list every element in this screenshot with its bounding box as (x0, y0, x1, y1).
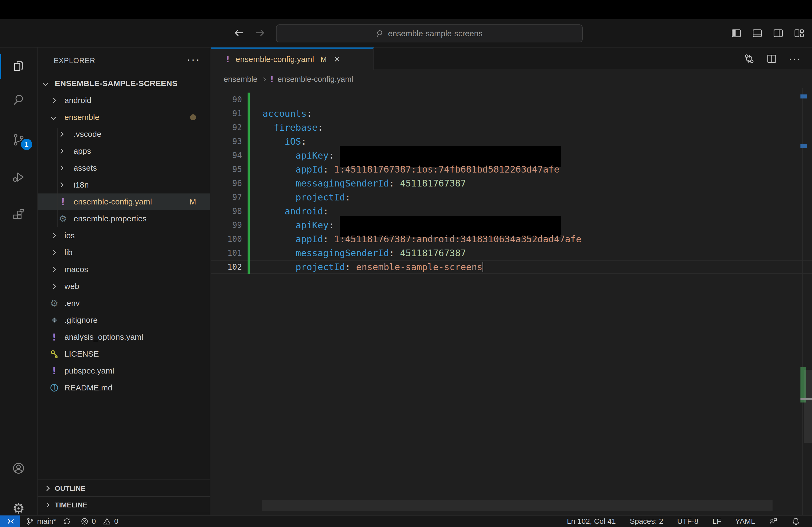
code-line-99[interactable]: 99 apiKey: (211, 218, 812, 232)
item-label: LICENSE (64, 346, 99, 362)
outline-section[interactable]: OUTLINE (38, 480, 210, 496)
open-changes-icon[interactable] (743, 53, 755, 64)
explorer-more-actions-icon[interactable]: ··· (187, 54, 201, 65)
overview-ruler (802, 88, 812, 515)
line-number: 96 (211, 176, 242, 190)
breadcrumb-item-ensemble[interactable]: ensemble (224, 75, 258, 84)
sidebar-item-ensemble[interactable]: ensemble (38, 109, 210, 125)
sidebar-item-apps[interactable]: apps (38, 143, 210, 160)
indentation[interactable]: Spaces: 2 (630, 517, 663, 526)
modified-line-indicator (248, 162, 250, 176)
code-line-95[interactable]: 95 appId: 1:451181767387:ios:74fb681bd58… (211, 162, 812, 176)
toggle-sidebar-icon[interactable] (730, 27, 742, 39)
split-editor-icon[interactable] (766, 53, 777, 64)
yaml-icon: ! (226, 54, 230, 64)
line-content: messagingSenderId: 451181767387 (263, 176, 466, 190)
forward-arrow-icon[interactable] (251, 24, 269, 41)
git-branch-status[interactable]: main* (26, 517, 56, 526)
sidebar-item-macos[interactable]: macos (38, 261, 210, 278)
chevron-right-icon (52, 261, 55, 278)
item-label: apps (74, 143, 91, 160)
modified-line-indicator (248, 218, 250, 232)
back-arrow-icon[interactable] (230, 24, 248, 41)
sidebar-item-root[interactable]: ENSEMBLE-SAMPLE-SCREENS (38, 75, 210, 92)
yaml-icon: ! (52, 365, 56, 376)
sidebar-item-readme-md[interactable]: README.md (38, 379, 210, 396)
vertical-scrollbar[interactable] (804, 370, 812, 443)
breadcrumb: ensemble!ensemble-config.yaml (224, 70, 353, 88)
sidebar-item-pubspec-yaml[interactable]: !pubspec.yaml (38, 362, 210, 379)
breadcrumb-item-ensemble-config-yaml[interactable]: !ensemble-config.yaml (270, 75, 353, 84)
tab-close-icon[interactable]: × (334, 55, 340, 64)
modified-line-indicator (248, 190, 250, 204)
item-label: README.md (64, 379, 112, 396)
info-icon (50, 383, 59, 392)
status-label: YAML (735, 517, 755, 526)
workspace-root-label: ENSEMBLE-SAMPLE-SCREENS (55, 75, 177, 92)
timeline-section[interactable]: TIMELINE (38, 496, 210, 513)
sidebar-item-ensemble-config-yaml[interactable]: !ensemble-config.yamlM (38, 194, 210, 210)
item-label: .env (64, 295, 80, 312)
sidebar-item-ensemble-properties[interactable]: ⚙ensemble.properties (38, 210, 210, 227)
explorer-activity-icon[interactable] (0, 54, 37, 79)
code-line-97[interactable]: 97 projectId: (211, 190, 812, 204)
line-content: firebase: (263, 120, 323, 134)
sidebar-item-analysis-options-yaml[interactable]: !analysis_options.yaml (38, 329, 210, 345)
item-label: ios (64, 227, 75, 244)
code-lines: 9091accounts:92 firebase:93 iOS:94 apiKe… (211, 93, 812, 274)
status-label: Spaces: 2 (630, 517, 663, 526)
extensions-activity-icon[interactable] (0, 202, 37, 228)
feedback[interactable] (769, 517, 778, 526)
notifications[interactable] (792, 517, 800, 526)
encoding[interactable]: UTF-8 (677, 517, 698, 526)
code-line-102[interactable]: 102 projectId: ensemble-sample-screens (211, 260, 812, 274)
line-number: 99 (211, 218, 242, 232)
code-line-92[interactable]: 92 firebase: (211, 120, 812, 134)
code-line-90[interactable]: 90 (211, 93, 812, 107)
sidebar-item-web[interactable]: web (38, 278, 210, 295)
source-control-activity-icon[interactable]: 1 (0, 127, 37, 153)
more-actions-icon[interactable]: ··· (789, 53, 801, 65)
code-line-91[interactable]: 91accounts: (211, 107, 812, 120)
remote-indicator[interactable] (0, 515, 20, 527)
chevron-down-icon (52, 109, 55, 125)
toggle-secondary-sidebar-icon[interactable] (772, 27, 784, 39)
code-editor[interactable]: 9091accounts:92 firebase:93 iOS:94 apiKe… (211, 88, 812, 515)
sidebar-item-gitignore[interactable]: .gitignore (38, 312, 210, 328)
command-center-search[interactable]: ensemble-sample-screens (276, 25, 583, 42)
search-activity-icon[interactable] (0, 87, 37, 113)
sync-icon (63, 517, 71, 525)
explorer-header: EXPLORER ··· (38, 54, 210, 70)
sidebar-item-vscode[interactable]: .vscode (38, 126, 210, 142)
sync-status[interactable] (63, 517, 71, 525)
code-line-96[interactable]: 96 messagingSenderId: 451181767387 (211, 176, 812, 190)
tab-ensemble-config-yaml[interactable]: ! ensemble-config.yaml M × (211, 47, 374, 70)
sidebar-item-license[interactable]: LICENSE (38, 346, 210, 362)
code-line-94[interactable]: 94 apiKey: (211, 148, 812, 162)
toggle-panel-icon[interactable] (751, 27, 763, 39)
tab-bar: ! ensemble-config.yaml M × ··· (211, 47, 812, 70)
indent-guide (57, 128, 58, 227)
sidebar-item-lib[interactable]: lib (38, 244, 210, 261)
sidebar-item-assets[interactable]: assets (38, 160, 210, 176)
explorer-sidebar: EXPLORER ··· ENSEMBLE-SAMPLE-SCREENS and… (38, 47, 210, 515)
horizontal-scrollbar[interactable] (262, 500, 772, 511)
sidebar-item-android[interactable]: android (38, 92, 210, 109)
ruler-decoration (800, 144, 807, 148)
customize-layout-icon[interactable] (793, 27, 805, 39)
code-line-101[interactable]: 101 messagingSenderId: 451181767387 (211, 246, 812, 260)
cursor-position[interactable]: Ln 102, Col 41 (567, 517, 616, 526)
code-line-100[interactable]: 100 appId: 1:451181767387:android:341831… (211, 232, 812, 246)
sidebar-item-ios[interactable]: ios (38, 227, 210, 244)
sidebar-item-i18n[interactable]: i18n (38, 177, 210, 193)
problems-status[interactable]: 0 0 (81, 517, 118, 526)
language-mode[interactable]: YAML (735, 517, 755, 526)
run-debug-activity-icon[interactable] (0, 165, 37, 190)
sidebar-item-env[interactable]: ⚙.env (38, 295, 210, 312)
git-modified-badge: M (190, 194, 196, 210)
account-icon[interactable] (0, 455, 37, 481)
eol[interactable]: LF (712, 517, 721, 526)
line-number: 90 (211, 93, 242, 107)
error-count: 0 (92, 517, 96, 526)
chevron-down-icon (44, 75, 47, 92)
